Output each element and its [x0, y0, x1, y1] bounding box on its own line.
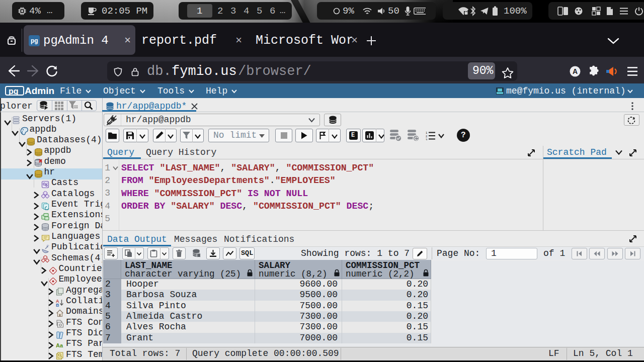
svg-text:Aa: Aa — [56, 342, 63, 348]
svg-text:2: 2 — [426, 135, 428, 138]
svg-text:3: 3 — [426, 138, 428, 140]
svg-text:B: B — [56, 302, 59, 307]
svg-text:1: 1 — [426, 131, 428, 134]
svg-text:A: A — [573, 67, 578, 75]
